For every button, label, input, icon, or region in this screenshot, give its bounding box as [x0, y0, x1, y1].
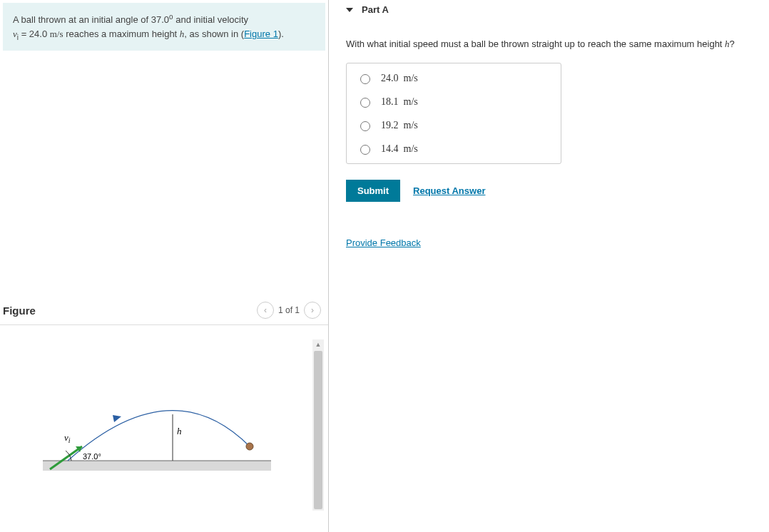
option-radio-3[interactable]: [360, 145, 370, 155]
app-root: A ball thrown at an initial angle of 37.…: [0, 0, 769, 532]
question-text: With what initial speed must a ball be t…: [346, 39, 769, 50]
svg-point-6: [246, 443, 253, 450]
option-row[interactable]: 14.4 m/s: [347, 137, 561, 160]
figure-next-button[interactable]: ›: [304, 302, 321, 319]
figure-header: Figure ‹ 1 of 1 ›: [0, 297, 328, 325]
option-units-3: m/s: [404, 143, 418, 154]
svg-text:vi: vi: [64, 432, 71, 444]
option-row[interactable]: 24.0 m/s: [347, 66, 561, 90]
provide-feedback-link[interactable]: Provide Feedback: [346, 237, 421, 248]
part-header[interactable]: Part A: [346, 0, 769, 23]
vi-equals: = 24.0: [19, 29, 50, 39]
problem-text-5: ).: [278, 29, 284, 39]
option-units-1: m/s: [404, 96, 418, 107]
options-box: 24.0 m/s 18.1 m/s 19.2 m/s 14.4 m/s: [346, 63, 561, 164]
svg-rect-0: [43, 461, 271, 471]
problem-text-1: A ball thrown at an initial angle of: [13, 14, 151, 25]
question-pre: With what initial speed must a ball be t…: [346, 39, 725, 49]
submit-button[interactable]: Submit: [346, 180, 400, 202]
option-value-0: 24.0: [381, 73, 399, 83]
part-title: Part A: [362, 4, 389, 15]
svg-marker-2: [113, 415, 121, 422]
problem-angle: 37.0: [151, 14, 169, 25]
option-row[interactable]: 18.1 m/s: [347, 90, 561, 113]
scroll-up-icon: ▲: [312, 339, 324, 349]
spacer: [0, 53, 328, 297]
figure-region: Figure ‹ 1 of 1 ›: [0, 297, 328, 532]
left-column: A ball thrown at an initial angle of 37.…: [0, 0, 329, 532]
problem-text-3: reaches a maximum height: [63, 29, 180, 39]
figure-body: vi 37.0° h ▲: [0, 339, 328, 511]
option-radio-0[interactable]: [360, 74, 370, 84]
figure-prev-button[interactable]: ‹: [257, 302, 274, 319]
fig-vi-sub: i: [68, 436, 71, 444]
option-label-2: 19.2 m/s: [381, 120, 418, 131]
scroll-thumb[interactable]: [314, 351, 322, 509]
problem-text-2: and initial velocity: [173, 14, 249, 25]
figure-canvas: vi 37.0° h: [0, 339, 312, 511]
fig-h-label: h: [177, 426, 182, 436]
option-units-2: m/s: [404, 120, 418, 131]
caret-down-icon: [346, 8, 353, 12]
figure-pager: ‹ 1 of 1 ›: [257, 302, 321, 319]
feedback-row: Provide Feedback: [346, 237, 769, 248]
vi-units: m/s: [50, 29, 63, 39]
question-post: ?: [730, 39, 735, 49]
option-units-0: m/s: [404, 73, 418, 83]
problem-statement: A ball thrown at an initial angle of 37.…: [3, 3, 325, 51]
trajectory-svg: vi 37.0° h: [0, 339, 300, 496]
option-value-1: 18.1: [381, 96, 399, 107]
option-label-3: 14.4 m/s: [381, 143, 418, 155]
figure-link[interactable]: Figure 1: [244, 29, 278, 39]
figure-page-label: 1 of 1: [278, 305, 300, 315]
problem-text-4: , as shown in (: [184, 29, 244, 39]
option-label-1: 18.1 m/s: [381, 96, 418, 108]
option-label-0: 24.0 m/s: [381, 73, 418, 84]
option-value-2: 19.2: [381, 120, 399, 131]
actions-row: Submit Request Answer: [346, 180, 769, 202]
right-column: Part A With what initial speed must a ba…: [329, 0, 769, 532]
option-row[interactable]: 19.2 m/s: [347, 113, 561, 137]
option-value-3: 14.4: [381, 143, 399, 154]
figure-title: Figure: [3, 305, 36, 317]
request-answer-link[interactable]: Request Answer: [413, 185, 485, 196]
figure-scrollbar[interactable]: ▲: [312, 339, 324, 511]
option-radio-2[interactable]: [360, 121, 370, 131]
option-radio-1[interactable]: [360, 98, 370, 108]
fig-angle-label: 37.0°: [83, 452, 101, 461]
